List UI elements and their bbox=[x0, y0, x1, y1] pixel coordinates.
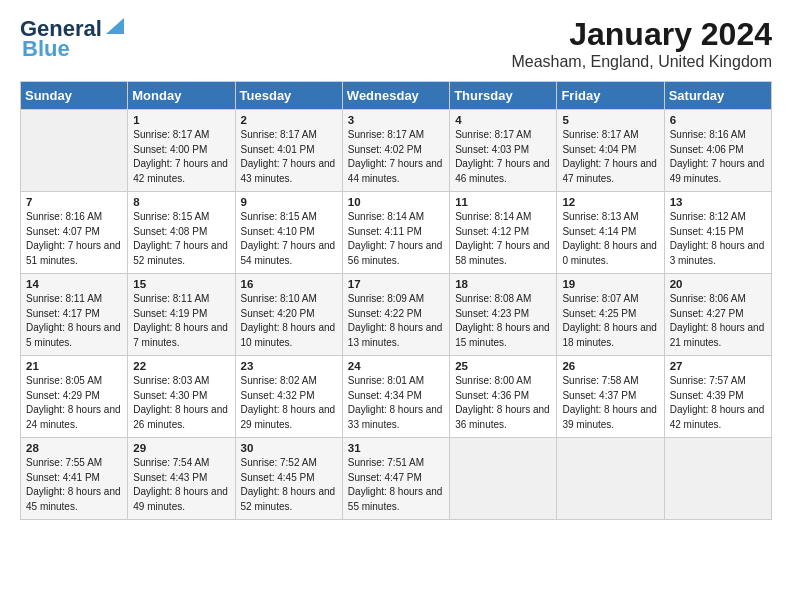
day-cell: 3Sunrise: 8:17 AMSunset: 4:02 PMDaylight… bbox=[342, 110, 449, 192]
col-header-friday: Friday bbox=[557, 82, 664, 110]
day-number: 7 bbox=[26, 196, 122, 208]
col-header-sunday: Sunday bbox=[21, 82, 128, 110]
day-cell bbox=[21, 110, 128, 192]
cell-info: Sunrise: 8:05 AMSunset: 4:29 PMDaylight:… bbox=[26, 374, 122, 432]
day-cell: 26Sunrise: 7:58 AMSunset: 4:37 PMDayligh… bbox=[557, 356, 664, 438]
day-number: 28 bbox=[26, 442, 122, 454]
day-number: 13 bbox=[670, 196, 766, 208]
col-header-monday: Monday bbox=[128, 82, 235, 110]
cell-info: Sunrise: 7:52 AMSunset: 4:45 PMDaylight:… bbox=[241, 456, 337, 514]
day-number: 26 bbox=[562, 360, 658, 372]
calendar-header-row: SundayMondayTuesdayWednesdayThursdayFrid… bbox=[21, 82, 772, 110]
day-cell bbox=[557, 438, 664, 520]
cell-info: Sunrise: 8:16 AMSunset: 4:06 PMDaylight:… bbox=[670, 128, 766, 186]
day-number: 18 bbox=[455, 278, 551, 290]
cell-info: Sunrise: 8:15 AMSunset: 4:10 PMDaylight:… bbox=[241, 210, 337, 268]
month-year: January 2024 bbox=[511, 16, 772, 53]
day-cell: 15Sunrise: 8:11 AMSunset: 4:19 PMDayligh… bbox=[128, 274, 235, 356]
cell-info: Sunrise: 8:14 AMSunset: 4:11 PMDaylight:… bbox=[348, 210, 444, 268]
logo-blue: Blue bbox=[22, 36, 70, 62]
day-cell: 24Sunrise: 8:01 AMSunset: 4:34 PMDayligh… bbox=[342, 356, 449, 438]
day-cell: 22Sunrise: 8:03 AMSunset: 4:30 PMDayligh… bbox=[128, 356, 235, 438]
day-number: 10 bbox=[348, 196, 444, 208]
col-header-saturday: Saturday bbox=[664, 82, 771, 110]
day-number: 6 bbox=[670, 114, 766, 126]
day-cell: 14Sunrise: 8:11 AMSunset: 4:17 PMDayligh… bbox=[21, 274, 128, 356]
cell-info: Sunrise: 7:55 AMSunset: 4:41 PMDaylight:… bbox=[26, 456, 122, 514]
day-cell: 20Sunrise: 8:06 AMSunset: 4:27 PMDayligh… bbox=[664, 274, 771, 356]
day-cell: 5Sunrise: 8:17 AMSunset: 4:04 PMDaylight… bbox=[557, 110, 664, 192]
cell-info: Sunrise: 8:12 AMSunset: 4:15 PMDaylight:… bbox=[670, 210, 766, 268]
day-cell: 10Sunrise: 8:14 AMSunset: 4:11 PMDayligh… bbox=[342, 192, 449, 274]
cell-info: Sunrise: 8:07 AMSunset: 4:25 PMDaylight:… bbox=[562, 292, 658, 350]
day-number: 25 bbox=[455, 360, 551, 372]
cell-info: Sunrise: 8:13 AMSunset: 4:14 PMDaylight:… bbox=[562, 210, 658, 268]
week-row-4: 21Sunrise: 8:05 AMSunset: 4:29 PMDayligh… bbox=[21, 356, 772, 438]
day-number: 21 bbox=[26, 360, 122, 372]
day-number: 8 bbox=[133, 196, 229, 208]
day-number: 2 bbox=[241, 114, 337, 126]
header: General Blue January 2024 Measham, Engla… bbox=[20, 16, 772, 71]
logo: General Blue bbox=[20, 16, 126, 62]
day-cell: 18Sunrise: 8:08 AMSunset: 4:23 PMDayligh… bbox=[450, 274, 557, 356]
day-cell: 21Sunrise: 8:05 AMSunset: 4:29 PMDayligh… bbox=[21, 356, 128, 438]
day-cell: 9Sunrise: 8:15 AMSunset: 4:10 PMDaylight… bbox=[235, 192, 342, 274]
day-number: 19 bbox=[562, 278, 658, 290]
day-number: 15 bbox=[133, 278, 229, 290]
day-number: 4 bbox=[455, 114, 551, 126]
cell-info: Sunrise: 8:11 AMSunset: 4:17 PMDaylight:… bbox=[26, 292, 122, 350]
calendar-table: SundayMondayTuesdayWednesdayThursdayFrid… bbox=[20, 81, 772, 520]
day-cell: 11Sunrise: 8:14 AMSunset: 4:12 PMDayligh… bbox=[450, 192, 557, 274]
day-cell: 25Sunrise: 8:00 AMSunset: 4:36 PMDayligh… bbox=[450, 356, 557, 438]
week-row-5: 28Sunrise: 7:55 AMSunset: 4:41 PMDayligh… bbox=[21, 438, 772, 520]
day-cell bbox=[664, 438, 771, 520]
day-cell: 6Sunrise: 8:16 AMSunset: 4:06 PMDaylight… bbox=[664, 110, 771, 192]
day-cell: 23Sunrise: 8:02 AMSunset: 4:32 PMDayligh… bbox=[235, 356, 342, 438]
day-number: 23 bbox=[241, 360, 337, 372]
day-cell: 31Sunrise: 7:51 AMSunset: 4:47 PMDayligh… bbox=[342, 438, 449, 520]
day-number: 5 bbox=[562, 114, 658, 126]
day-cell: 29Sunrise: 7:54 AMSunset: 4:43 PMDayligh… bbox=[128, 438, 235, 520]
cell-info: Sunrise: 8:08 AMSunset: 4:23 PMDaylight:… bbox=[455, 292, 551, 350]
day-number: 27 bbox=[670, 360, 766, 372]
col-header-thursday: Thursday bbox=[450, 82, 557, 110]
day-cell: 28Sunrise: 7:55 AMSunset: 4:41 PMDayligh… bbox=[21, 438, 128, 520]
day-number: 17 bbox=[348, 278, 444, 290]
day-cell bbox=[450, 438, 557, 520]
cell-info: Sunrise: 8:14 AMSunset: 4:12 PMDaylight:… bbox=[455, 210, 551, 268]
day-cell: 19Sunrise: 8:07 AMSunset: 4:25 PMDayligh… bbox=[557, 274, 664, 356]
cell-info: Sunrise: 8:01 AMSunset: 4:34 PMDaylight:… bbox=[348, 374, 444, 432]
cell-info: Sunrise: 8:11 AMSunset: 4:19 PMDaylight:… bbox=[133, 292, 229, 350]
cell-info: Sunrise: 8:17 AMSunset: 4:02 PMDaylight:… bbox=[348, 128, 444, 186]
cell-info: Sunrise: 7:54 AMSunset: 4:43 PMDaylight:… bbox=[133, 456, 229, 514]
cell-info: Sunrise: 8:03 AMSunset: 4:30 PMDaylight:… bbox=[133, 374, 229, 432]
day-cell: 27Sunrise: 7:57 AMSunset: 4:39 PMDayligh… bbox=[664, 356, 771, 438]
cell-info: Sunrise: 7:57 AMSunset: 4:39 PMDaylight:… bbox=[670, 374, 766, 432]
day-cell: 2Sunrise: 8:17 AMSunset: 4:01 PMDaylight… bbox=[235, 110, 342, 192]
day-number: 24 bbox=[348, 360, 444, 372]
day-cell: 16Sunrise: 8:10 AMSunset: 4:20 PMDayligh… bbox=[235, 274, 342, 356]
cell-info: Sunrise: 8:02 AMSunset: 4:32 PMDaylight:… bbox=[241, 374, 337, 432]
cell-info: Sunrise: 8:17 AMSunset: 4:03 PMDaylight:… bbox=[455, 128, 551, 186]
cell-info: Sunrise: 8:00 AMSunset: 4:36 PMDaylight:… bbox=[455, 374, 551, 432]
day-cell: 4Sunrise: 8:17 AMSunset: 4:03 PMDaylight… bbox=[450, 110, 557, 192]
page: General Blue January 2024 Measham, Engla… bbox=[0, 0, 792, 532]
location: Measham, England, United Kingdom bbox=[511, 53, 772, 71]
day-number: 30 bbox=[241, 442, 337, 454]
day-number: 3 bbox=[348, 114, 444, 126]
cell-info: Sunrise: 8:15 AMSunset: 4:08 PMDaylight:… bbox=[133, 210, 229, 268]
day-number: 11 bbox=[455, 196, 551, 208]
day-number: 1 bbox=[133, 114, 229, 126]
cell-info: Sunrise: 8:06 AMSunset: 4:27 PMDaylight:… bbox=[670, 292, 766, 350]
svg-marker-0 bbox=[106, 18, 124, 34]
cell-info: Sunrise: 8:17 AMSunset: 4:00 PMDaylight:… bbox=[133, 128, 229, 186]
cell-info: Sunrise: 7:58 AMSunset: 4:37 PMDaylight:… bbox=[562, 374, 658, 432]
cell-info: Sunrise: 8:09 AMSunset: 4:22 PMDaylight:… bbox=[348, 292, 444, 350]
col-header-wednesday: Wednesday bbox=[342, 82, 449, 110]
cell-info: Sunrise: 8:17 AMSunset: 4:01 PMDaylight:… bbox=[241, 128, 337, 186]
day-number: 29 bbox=[133, 442, 229, 454]
day-number: 9 bbox=[241, 196, 337, 208]
logo-triangle-icon bbox=[104, 14, 126, 36]
day-number: 20 bbox=[670, 278, 766, 290]
day-number: 22 bbox=[133, 360, 229, 372]
